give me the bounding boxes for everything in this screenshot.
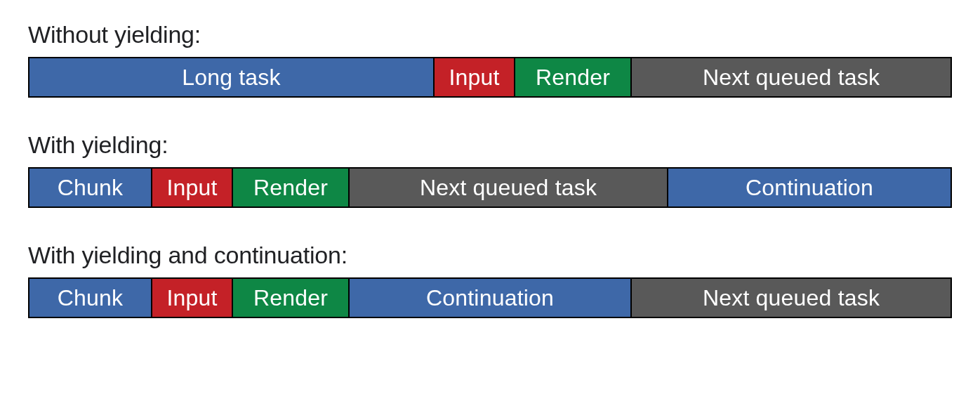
section-title: Without yielding:	[28, 21, 952, 48]
segment-chunk: Chunk	[29, 169, 152, 206]
segment-input: Input	[152, 169, 233, 206]
segment-long-task: Long task	[29, 58, 435, 96]
segment-next-queued-task: Next queued task	[632, 58, 951, 96]
segment-input: Input	[435, 58, 515, 96]
segment-render: Render	[233, 169, 350, 206]
section-1: With yielding:ChunkInputRenderNext queue…	[28, 131, 952, 208]
section-2: With yielding and continuation:ChunkInpu…	[28, 242, 952, 318]
segment-continuation: Continuation	[668, 169, 951, 206]
segment-chunk: Chunk	[29, 279, 152, 317]
bar-row: Long taskInputRenderNext queued task	[28, 57, 952, 98]
section-title: With yielding:	[28, 131, 952, 159]
segment-continuation: Continuation	[350, 279, 632, 317]
segment-input: Input	[152, 279, 233, 317]
segment-render: Render	[515, 58, 632, 96]
section-title: With yielding and continuation:	[28, 242, 952, 269]
task-scheduling-diagram: Without yielding:Long taskInputRenderNex…	[28, 21, 952, 318]
segment-render: Render	[233, 279, 350, 317]
bar-row: ChunkInputRenderContinuationNext queued …	[28, 277, 952, 318]
bar-row: ChunkInputRenderNext queued taskContinua…	[28, 167, 952, 208]
segment-next-queued-task: Next queued task	[350, 169, 668, 206]
segment-next-queued-task: Next queued task	[632, 279, 951, 317]
section-0: Without yielding:Long taskInputRenderNex…	[28, 21, 952, 98]
